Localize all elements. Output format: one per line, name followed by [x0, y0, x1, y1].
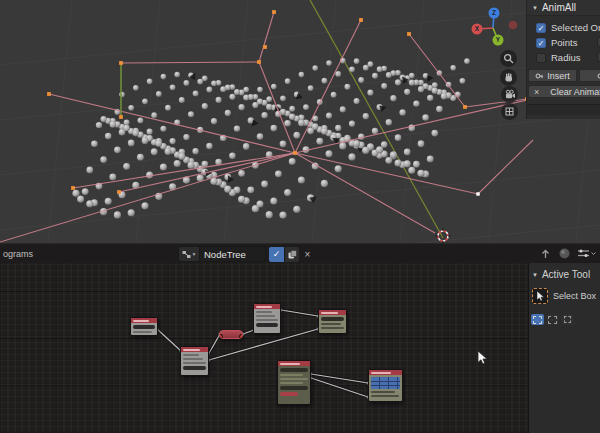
collapse-triangle-icon: ▼ [532, 5, 538, 11]
node-canvas[interactable] [0, 263, 528, 433]
node-n6[interactable] [277, 360, 311, 405]
matcap-sphere-icon[interactable] [558, 247, 571, 260]
node-n4[interactable] [253, 303, 281, 334]
key-x-icon [597, 72, 600, 80]
selected-only-label: Selected Only [551, 22, 600, 33]
selected-only-checkbox[interactable]: ✓ [536, 23, 546, 33]
back-arrow-icon[interactable] [540, 247, 552, 260]
active-tool-header[interactable]: ▼ Active Tool [529, 263, 600, 280]
radius-checkbox[interactable] [536, 53, 546, 63]
node-n3[interactable] [219, 330, 243, 339]
node-links [0, 263, 528, 433]
node-n1[interactable] [130, 317, 158, 336]
browse-node-tree-button[interactable]: ▼ [178, 246, 200, 262]
points-checkbox[interactable]: ✓ [536, 38, 546, 48]
active-tool-title: Active Tool [542, 269, 590, 280]
camera-view-icon[interactable] [501, 86, 518, 103]
new-datablock-button[interactable] [285, 247, 299, 262]
radius-label: Radius [551, 52, 581, 63]
3d-scene[interactable]: ZXY [0, 0, 600, 243]
fake-user-button[interactable]: ✓ [269, 247, 284, 262]
collapsed-panel-strip[interactable] [527, 104, 600, 115]
svg-text:X: X [475, 25, 480, 32]
select-mode-new-button[interactable] [531, 314, 544, 325]
blender-window: { "viewport": { "animall": { "title": "A… [0, 0, 600, 433]
svg-text:Y: Y [496, 36, 501, 43]
select-box-tool[interactable]: Select Box [532, 288, 600, 304]
panel-title: AnimAll [542, 2, 576, 13]
key-plus-icon [535, 72, 544, 80]
clear-animation-button[interactable]: × Clear Animation [528, 85, 600, 98]
node-n7[interactable] [368, 369, 403, 402]
svg-text:Z: Z [492, 9, 496, 16]
chevron-down-icon: ▼ [192, 251, 197, 257]
insert-keyframes-button[interactable]: Insert [528, 69, 577, 82]
header-right-icons [540, 247, 596, 260]
animall-panel: ▼ AnimAll ✓ Selected Only ✓ Points S Rad… [526, 0, 600, 119]
delete-keyframes-button[interactable] [579, 69, 600, 82]
pan-hand-icon[interactable] [500, 69, 517, 86]
animall-panel-header[interactable]: ▼ AnimAll [527, 0, 600, 16]
options-sliders-icon[interactable] [577, 247, 596, 260]
select-mode-buttons [531, 314, 600, 325]
node-editor: ograms ▼ NodeTree ✓ × [0, 243, 600, 433]
points-label: Points [551, 37, 577, 48]
zoom-icon[interactable] [500, 50, 517, 67]
select-mode-extend-button[interactable] [546, 314, 559, 325]
node-tree-selector: ▼ NodeTree ✓ × [178, 246, 314, 262]
node-n5[interactable] [318, 309, 347, 334]
unlink-button[interactable]: × [301, 247, 314, 262]
select-box-label: Select Box [553, 291, 596, 301]
node-tree-name-field[interactable]: NodeTree [200, 246, 266, 262]
active-tool-panel: ▼ Active Tool Select Box [528, 263, 600, 433]
3d-viewport[interactable]: ZXY ▼ AnimAll ✓ Selected Only ✓ [0, 0, 600, 243]
node-n2[interactable] [180, 346, 209, 376]
collapse-triangle-icon: ▼ [532, 272, 538, 278]
copy-icon [288, 250, 297, 259]
x-icon: × [534, 87, 539, 97]
node-editor-header: ograms ▼ NodeTree ✓ × [0, 243, 600, 265]
node-tree-icon [182, 250, 191, 259]
select-box-icon [532, 288, 548, 304]
select-mode-subtract-button[interactable] [561, 314, 574, 325]
toggle-grid-icon[interactable] [501, 103, 518, 120]
workspace-text: ograms [3, 249, 33, 259]
